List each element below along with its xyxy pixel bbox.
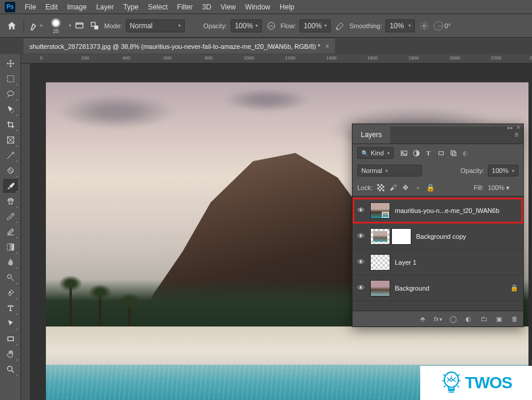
filter-pixel-icon[interactable] (400, 149, 408, 157)
smoothing-dropdown[interactable]: 10% ▾ (385, 19, 415, 32)
ruler-mark: 1200 (285, 55, 295, 61)
quick-select-tool[interactable] (3, 102, 18, 116)
tool-preset-icon[interactable]: ▾ (29, 19, 43, 33)
layer-thumbnail[interactable] (370, 254, 390, 271)
lock-paint-icon[interactable]: 🖌 (389, 184, 397, 192)
hand-tool[interactable] (3, 347, 18, 361)
mode-dropdown[interactable]: Normal ▾ (126, 19, 185, 32)
filter-toggle-icon[interactable]: ◐ (461, 149, 470, 157)
healing-tool[interactable] (3, 164, 18, 178)
panel-close-icon[interactable]: ✕ (516, 125, 521, 126)
group-icon[interactable]: 🗀 (480, 315, 488, 322)
layers-tab[interactable]: Layers (353, 126, 390, 144)
filter-shape-icon[interactable] (437, 149, 445, 157)
menu-select[interactable]: Select (143, 0, 172, 14)
lock-artboard-icon[interactable]: ▫ (414, 184, 422, 192)
crop-tool[interactable] (3, 118, 18, 132)
close-tab-icon[interactable]: × (325, 42, 329, 51)
ruler-mark: 2400 (530, 55, 532, 61)
svg-point-13 (7, 275, 11, 279)
move-tool[interactable] (3, 56, 18, 71)
brush-preview[interactable]: 25 (46, 18, 65, 34)
panel-collapse-icon[interactable]: ◂◂ (507, 125, 513, 126)
layer-thumbnail[interactable] (370, 228, 390, 245)
menu-file[interactable]: File (20, 0, 41, 14)
document-tab[interactable]: shutterstock_287281373.jpg @ 38,8% (maur… (24, 39, 335, 54)
opacity-dropdown[interactable]: 100% ▾ (231, 19, 262, 32)
menu-help[interactable]: Help (275, 0, 299, 14)
layer-item[interactable]: 👁 Background 🔒 (353, 275, 523, 301)
dodge-tool[interactable] (3, 271, 18, 285)
menu-view[interactable]: View (216, 0, 241, 14)
brush-panel-icon[interactable] (75, 21, 85, 31)
panel-menu-icon[interactable]: ≡ (510, 126, 523, 144)
pressure-opacity-icon[interactable] (265, 20, 277, 32)
blur-tool[interactable] (3, 255, 18, 269)
ruler-mark: 200 (81, 55, 89, 61)
angle-control[interactable]: 0° (434, 21, 451, 31)
menu-window[interactable]: Window (241, 0, 275, 14)
layer-item[interactable]: 👁 Background copy (353, 224, 523, 249)
filter-smart-icon[interactable] (449, 149, 457, 157)
eyedropper-tool[interactable] (3, 148, 18, 162)
home-icon[interactable] (5, 19, 19, 33)
menu-edit[interactable]: Edit (41, 0, 62, 14)
adjustment-layer-icon[interactable]: ◐ (464, 315, 473, 323)
new-layer-icon[interactable]: ▣ (495, 315, 503, 323)
layer-thumbnail[interactable] (370, 202, 390, 219)
fx-icon[interactable]: fx▾ (434, 315, 442, 322)
visibility-toggle-icon[interactable]: 👁 (356, 258, 365, 266)
visibility-toggle-icon[interactable]: 👁 (356, 232, 365, 241)
menu-filter[interactable]: Filter (172, 0, 198, 14)
layer-name[interactable]: Background copy (416, 233, 520, 240)
rectangle-tool[interactable] (3, 332, 18, 346)
clone-stamp-tool[interactable] (3, 194, 18, 208)
lock-transparency-icon[interactable] (377, 184, 385, 191)
menu-image[interactable]: Image (62, 0, 91, 14)
layer-item[interactable]: 👁 Layer 1 (353, 249, 523, 275)
airbrush-icon[interactable] (334, 20, 346, 32)
smoothing-options-icon[interactable] (418, 20, 430, 32)
svg-point-7 (11, 109, 14, 112)
link-layers-icon[interactable]: ⬘ (418, 315, 427, 323)
eraser-tool[interactable] (3, 225, 18, 239)
visibility-toggle-icon[interactable]: 👁 (356, 206, 365, 215)
fill-dropdown[interactable]: 100% ▾ (488, 184, 518, 192)
path-select-tool[interactable] (3, 316, 18, 331)
layer-mask-icon[interactable]: ◯ (449, 315, 457, 323)
ruler-mark: 2200 (491, 55, 501, 61)
brush-tool[interactable] (3, 179, 18, 193)
layer-mask-thumbnail[interactable] (391, 228, 411, 245)
lasso-tool[interactable] (3, 87, 18, 101)
blend-mode-dropdown[interactable]: Normal ▾ (357, 165, 422, 176)
visibility-toggle-icon[interactable]: 👁 (356, 284, 365, 292)
flow-dropdown[interactable]: 100% ▾ (300, 19, 331, 32)
gradient-tool[interactable] (3, 240, 18, 254)
layer-name[interactable]: Layer 1 (395, 259, 520, 266)
history-brush-tool[interactable] (3, 209, 18, 224)
filter-type-icon[interactable]: T (424, 149, 433, 157)
layer-thumbnail[interactable] (370, 280, 390, 296)
lock-all-icon[interactable]: 🔒 (426, 184, 434, 192)
menu-3d[interactable]: 3D (197, 0, 215, 14)
brush-swap-icon[interactable] (89, 20, 101, 32)
layer-name[interactable]: Background (395, 285, 506, 292)
filter-adjust-icon[interactable] (412, 149, 420, 157)
frame-tool[interactable] (3, 133, 18, 147)
menu-type[interactable]: Type (118, 0, 143, 14)
layer-opacity-dropdown[interactable]: 100% ▾ (488, 165, 518, 176)
menu-layer[interactable]: Layer (91, 0, 118, 14)
delete-icon[interactable]: 🗑 (510, 315, 518, 322)
layer-name[interactable]: mauritius-you-n...e-me_t20_lWAN6b (395, 207, 520, 214)
zoom-tool[interactable] (3, 362, 18, 376)
filter-type-dropdown[interactable]: 🔍 Kind ▾ (357, 147, 394, 159)
pen-tool[interactable] (3, 286, 18, 300)
svg-point-26 (444, 372, 458, 388)
marquee-tool[interactable] (3, 72, 18, 86)
opacity-label: Opacity: (204, 22, 227, 29)
angle-dial-icon[interactable] (434, 21, 443, 31)
document-tab-bar: shutterstock_287281373.jpg @ 38,8% (maur… (0, 38, 532, 54)
lock-position-icon[interactable]: ✥ (401, 184, 410, 192)
layer-item[interactable]: 👁 mauritius-you-n...e-me_t20_lWAN6b (353, 198, 523, 224)
type-tool[interactable] (3, 301, 18, 315)
